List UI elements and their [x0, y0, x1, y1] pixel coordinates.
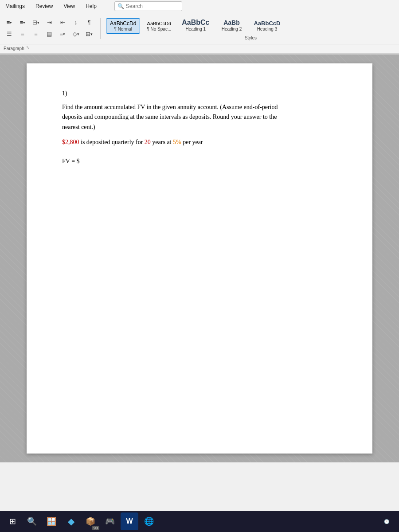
taskbar-taskview-btn[interactable]: 🪟	[43, 512, 60, 530]
styles-row: AaBbCcDd ¶ Normal AaBbCcDd ¶ No Spac... …	[106, 16, 395, 34]
taskbar: ⊞ 🔍 🪟 ◆ 📦 93 🎮 W 🌐 🕐	[0, 511, 399, 532]
align-left-btn[interactable]: ☰	[4, 29, 15, 39]
answer-label: FV = $	[62, 158, 80, 165]
toolbar-row: ≡▾ ≡▾ ⊟▾ ⇥ ⇤ ↕ ¶ ☰ ≡ ≡ ▤ ≡▾ ◇▾ ⊞▾	[0, 12, 399, 44]
ribbon: Mailings Review View Help 🔍 ≡▾ ≡▾ ⊟▾ ⇥ ⇤…	[0, 0, 399, 55]
style-heading1-label: Heading 1	[186, 27, 206, 31]
borders-btn[interactable]: ⊞▾	[83, 29, 95, 39]
styles-section-label: Styles	[106, 35, 395, 40]
taskbar-search-btn[interactable]: 🔍	[23, 512, 41, 530]
style-nospace-preview: AaBbCcDd	[147, 21, 171, 27]
item-number: 1)	[62, 90, 337, 97]
edge-icon: ◆	[68, 516, 74, 527]
rate-value: 5%	[173, 139, 181, 145]
menu-review[interactable]: Review	[34, 2, 55, 10]
taskbar-word-btn[interactable]: W	[121, 512, 138, 530]
word-icon: W	[126, 517, 133, 525]
menu-help[interactable]: Help	[84, 2, 98, 10]
clock-display: 🕐	[384, 519, 389, 524]
style-heading3-label: Heading 3	[257, 27, 278, 31]
search-box[interactable]: 🔍	[114, 1, 182, 11]
problem-text-2: years at	[151, 139, 173, 145]
show-paragraph-btn[interactable]: ¶	[83, 18, 95, 27]
style-nospace[interactable]: AaBbCcDd ¶ No Spac...	[143, 19, 175, 34]
problem-text-3: per year	[181, 139, 203, 145]
paragraph-section-label: Paragraph	[4, 46, 24, 51]
taskbar-chrome-btn[interactable]: 🌐	[140, 512, 158, 530]
store-badge: 93	[92, 526, 99, 530]
taskview-icon: 🪟	[47, 516, 56, 526]
taskbar-edge-btn[interactable]: ◆	[62, 512, 80, 530]
document-area: 1) Find the amount accumulated FV in the…	[0, 55, 399, 462]
taskbar-store-btn[interactable]: 📦 93	[82, 512, 99, 530]
document-page: 1) Find the amount accumulated FV in the…	[27, 63, 372, 454]
align-right-btn[interactable]: ≡	[30, 29, 42, 39]
deposit-amount: $2,800	[62, 139, 79, 145]
question-text: Find the amount accumulated FV in the gi…	[62, 102, 337, 132]
style-heading2-preview: AaBb	[223, 19, 240, 27]
paragraph-label-row: Paragraph ⤡	[0, 44, 399, 54]
shading-btn[interactable]: ◇▾	[70, 29, 82, 39]
toolbar-top-row: ≡▾ ≡▾ ⊟▾ ⇥ ⇤ ↕ ¶	[4, 18, 95, 27]
store-icon: 📦	[86, 516, 95, 526]
style-heading3[interactable]: AaBbCcD Heading 3	[250, 18, 284, 34]
style-normal-label: ¶ Normal	[114, 27, 132, 31]
chrome-icon: 🌐	[144, 516, 154, 526]
indent-decrease-btn[interactable]: ⇤	[57, 18, 68, 27]
style-normal[interactable]: AaBbCcDd ¶ Normal	[106, 18, 140, 34]
style-heading1[interactable]: AaBbCc Heading 1	[178, 16, 213, 34]
justify-btn[interactable]: ▤	[43, 29, 55, 39]
list-style-btn-2[interactable]: ≡▾	[17, 18, 28, 27]
question-line2: deposits and compounding at the same int…	[62, 113, 277, 120]
line-spacing-btn[interactable]: ≡▾	[57, 29, 68, 39]
paragraph-expand-icon[interactable]: ⤡	[26, 45, 32, 51]
search-input[interactable]	[126, 3, 179, 9]
question-line1: Find the amount accumulated FV in the gi…	[62, 104, 278, 110]
years-value: 20	[145, 139, 151, 145]
sort-btn[interactable]: ↕	[70, 18, 82, 27]
toolbar-bottom-row: ☰ ≡ ≡ ▤ ≡▾ ◇▾ ⊞▾	[4, 29, 95, 39]
styles-panel: AaBbCcDd ¶ Normal AaBbCcDd ¶ No Spac... …	[101, 16, 395, 40]
style-normal-preview: AaBbCcDd	[110, 20, 136, 27]
taskbar-windows-btn[interactable]: ⊞	[4, 512, 21, 530]
style-heading3-preview: AaBbCcD	[254, 20, 280, 27]
menu-view[interactable]: View	[62, 2, 77, 10]
style-heading1-preview: AaBbCc	[182, 18, 209, 27]
paragraph-tools: ≡▾ ≡▾ ⊟▾ ⇥ ⇤ ↕ ¶ ☰ ≡ ≡ ▤ ≡▾ ◇▾ ⊞▾	[4, 18, 101, 39]
question-line3: nearest cent.)	[62, 124, 95, 130]
style-nospace-label: ¶ No Spac...	[147, 27, 171, 31]
fv-answer-input[interactable]	[82, 156, 140, 166]
problem-text-1: is deposited quarterly for	[79, 139, 145, 145]
list-style-btn-3[interactable]: ⊟▾	[30, 18, 42, 27]
list-style-btn-1[interactable]: ≡▾	[4, 18, 15, 27]
style-heading2[interactable]: AaBb Heading 2	[216, 17, 247, 34]
game-icon: 🎮	[105, 516, 115, 526]
style-heading2-label: Heading 2	[222, 27, 242, 31]
windows-icon: ⊞	[9, 516, 16, 526]
taskbar-clock: 🕐	[378, 512, 395, 530]
align-center-btn[interactable]: ≡	[17, 29, 28, 39]
search-icon: 🔍	[117, 3, 124, 9]
menu-bar: Mailings Review View Help 🔍	[0, 0, 399, 12]
answer-row: FV = $	[62, 156, 337, 166]
menu-mailings[interactable]: Mailings	[4, 2, 27, 10]
taskbar-game-btn[interactable]: 🎮	[101, 512, 119, 530]
indent-increase-btn[interactable]: ⇥	[43, 18, 55, 27]
taskbar-search-icon: 🔍	[27, 516, 37, 526]
problem-statement: $2,800 is deposited quarterly for 20 yea…	[62, 137, 337, 147]
